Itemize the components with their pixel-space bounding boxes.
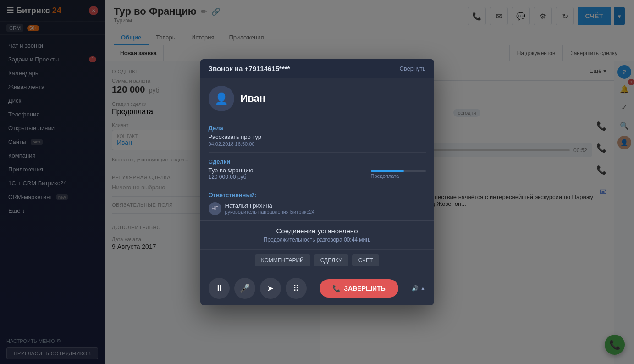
call-mic-button[interactable]: 🎤 [234,278,255,299]
call-deal-amount: 120 000.00 руб [209,174,254,180]
volume-icon: 🔊 [412,285,419,292]
mic-icon: 🎤 [240,283,250,293]
call-responsible-name: Наталья Грихина [225,202,315,209]
call-deal-date: 04.02.2018 16:50:00 [209,141,426,147]
call-deal-section-title: Дела [209,125,426,132]
call-ctrl-buttons: ⏸ 🎤 ➤ ⠿ [209,278,307,299]
call-deal-row: Тур во Францию 120 000.00 руб Предоплата [209,167,426,180]
call-minimize-button[interactable]: Свернуть [399,65,425,72]
call-status-text: Соединение установлено [209,227,426,235]
volume-indicator: ▲ [420,285,426,292]
call-responsible-section: Ответственный: НГ Наталья Грихина руково… [209,186,426,220]
call-responsible-role: руководитель направления Битрикс24 [225,209,315,215]
call-deal-stage: Предоплата [371,173,426,179]
call-overlay: Звонок на +79114615**** Свернуть 👤 Иван … [0,0,634,364]
call-crm-section-title: Сделки [209,158,426,165]
call-invoice-button[interactable]: СЧЕТ [352,254,380,266]
call-info-crm-section: Сделки Тур во Францию 120 000.00 руб Пре… [209,153,426,186]
call-responsible-avatar: НГ [209,202,221,215]
call-volume-area: 🔊 ▲ [412,285,426,292]
call-controls-row: ⏸ 🎤 ➤ ⠿ 📞 ЗАВЕРШИТЬ 🔊 ▲ [200,271,434,305]
call-end-button[interactable]: 📞 ЗАВЕРШИТЬ [320,279,398,298]
call-deal-info: Тур во Францию 120 000.00 руб [209,167,254,180]
call-responsible-title: Ответственный: [209,192,426,199]
call-pause-button[interactable]: ⏸ [209,278,230,299]
call-info-panel: Дела Рассказать про тур 04.02.2018 16:50… [200,119,434,220]
pause-icon: ⏸ [215,283,223,293]
call-info-deal-section: Дела Рассказать про тур 04.02.2018 16:50… [209,119,426,153]
call-responsible-info: Наталья Грихина руководитель направления… [225,202,315,215]
call-contact-avatar: 👤 [209,86,234,111]
call-deal-progress-bar [371,170,426,172]
call-deal-progress-fill [371,170,404,172]
call-dialpad-button[interactable]: ⠿ [286,278,307,299]
dialpad-icon: ⠿ [293,283,299,293]
call-modal: Звонок на +79114615**** Свернуть 👤 Иван … [200,59,434,305]
call-title: Звонок на +79114615**** [209,65,290,72]
call-contact-name: Иван [241,93,266,105]
call-deal-name: Тур во Францию [209,167,254,174]
call-header: Звонок на +79114615**** Свернуть [200,59,434,78]
call-deal-progress-container: Предоплата [371,168,426,179]
call-responsible-row: НГ Наталья Грихина руководитель направле… [209,202,426,215]
call-actions-row: КОММЕНТАРИЙ СДЕЛКУ СЧЕТ [200,249,434,271]
call-status-section: Соединение установлено Продолжительность… [200,220,434,249]
call-end-icon: 📞 [332,285,340,292]
call-deal-button[interactable]: СДЕЛКУ [314,254,348,266]
call-end-label: ЗАВЕРШИТЬ [344,285,385,292]
call-contact-section: 👤 Иван [200,78,434,119]
call-deal-text: Рассказать про тур [209,133,426,140]
forward-icon: ➤ [267,283,274,293]
call-comment-button[interactable]: КОММЕНТАРИЙ [255,254,310,266]
call-forward-button[interactable]: ➤ [260,278,281,299]
call-duration: Продолжительность разговора 00:44 мин. [209,237,426,243]
